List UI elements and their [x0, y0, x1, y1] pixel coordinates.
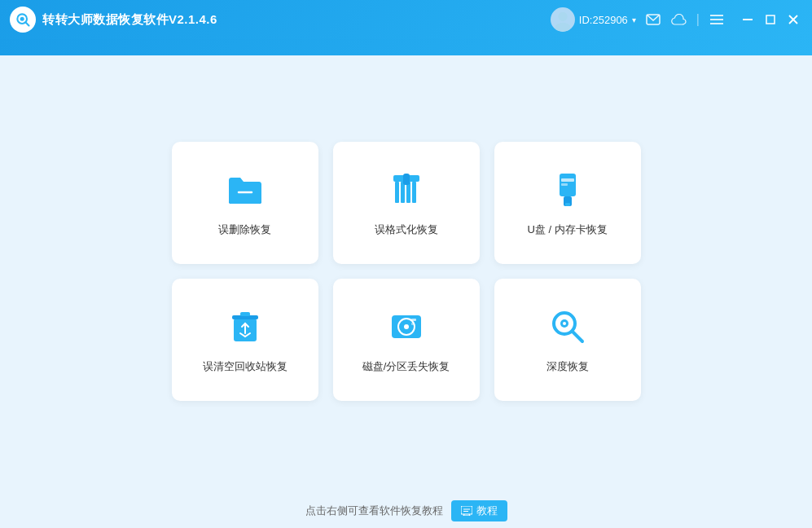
svg-point-31	[404, 324, 409, 329]
svg-point-2	[20, 17, 24, 21]
chevron-down-icon: ▾	[632, 15, 636, 24]
app-title: 转转大师数据恢复软件V2.1.4.6	[42, 12, 217, 28]
svg-rect-25	[565, 203, 570, 206]
card-partition[interactable]: 磁盘/分区丢失恢复	[333, 279, 480, 401]
sub-banner	[0, 39, 812, 55]
bottom-bar: 点击右侧可查看软件恢复教程 教程	[0, 494, 812, 528]
card-label-deep: 深度恢复	[546, 359, 589, 374]
svg-rect-38	[461, 506, 472, 514]
app-logo	[10, 7, 36, 33]
card-label-misdelete: 误删除恢复	[218, 222, 271, 237]
main-content: 误删除恢复 误格式化恢复	[0, 55, 812, 528]
svg-rect-20	[403, 174, 410, 185]
mail-icon[interactable]	[644, 11, 662, 29]
brush-icon	[385, 169, 428, 211]
close-button[interactable]	[784, 11, 802, 29]
menu-icon[interactable]	[708, 11, 726, 29]
separator: |	[696, 12, 700, 27]
card-recycle[interactable]: 误清空回收站恢复	[172, 279, 318, 401]
card-misformat[interactable]: 误格式化恢复	[333, 142, 480, 264]
deep-search-icon	[546, 306, 589, 348]
card-label-misformat: 误格式化恢复	[375, 222, 438, 237]
svg-rect-16	[395, 182, 399, 203]
disk-icon	[385, 306, 428, 348]
svg-point-37	[563, 322, 566, 325]
svg-rect-17	[401, 182, 405, 203]
window-controls	[739, 11, 802, 29]
cloud-icon[interactable]	[670, 11, 688, 29]
card-misdelete[interactable]: 误删除恢复	[172, 142, 318, 264]
user-id: ID:252906	[579, 14, 628, 26]
tutorial-button[interactable]: 教程	[451, 500, 507, 521]
card-grid: 误删除恢复 误格式化恢复	[172, 142, 641, 401]
svg-rect-28	[240, 312, 250, 316]
svg-rect-24	[561, 183, 568, 186]
card-label-usb: U盘 / 内存卡恢复	[527, 222, 607, 237]
trash-icon	[224, 306, 266, 348]
title-right: ID:252906 ▾ |	[551, 7, 802, 32]
card-deep[interactable]: 深度恢复	[494, 279, 641, 401]
user-avatar	[551, 7, 575, 32]
svg-rect-19	[412, 182, 416, 203]
card-label-partition: 磁盘/分区丢失恢复	[362, 359, 450, 374]
maximize-button[interactable]	[762, 11, 779, 29]
title-bar: 转转大师数据恢复软件V2.1.4.6 ID:252906 ▾	[0, 0, 812, 39]
svg-line-1	[25, 22, 29, 25]
user-info[interactable]: ID:252906 ▾	[551, 7, 636, 32]
minimize-button[interactable]	[739, 11, 757, 29]
usb-icon	[546, 169, 589, 211]
svg-rect-33	[411, 323, 415, 325]
folder-icon	[224, 169, 266, 211]
svg-point-3	[558, 12, 567, 21]
svg-rect-10	[766, 15, 775, 24]
tutorial-label: 教程	[476, 504, 498, 518]
svg-point-4	[555, 23, 570, 32]
svg-line-36	[573, 332, 582, 341]
svg-rect-32	[411, 319, 416, 321]
card-label-recycle: 误清空回收站恢复	[203, 359, 287, 374]
title-icons: |	[644, 11, 726, 29]
card-usb[interactable]: U盘 / 内存卡恢复	[494, 142, 641, 264]
svg-rect-23	[561, 178, 574, 182]
title-left: 转转大师数据恢复软件V2.1.4.6	[10, 7, 217, 33]
bottom-text: 点击右侧可查看软件恢复教程	[305, 504, 443, 518]
